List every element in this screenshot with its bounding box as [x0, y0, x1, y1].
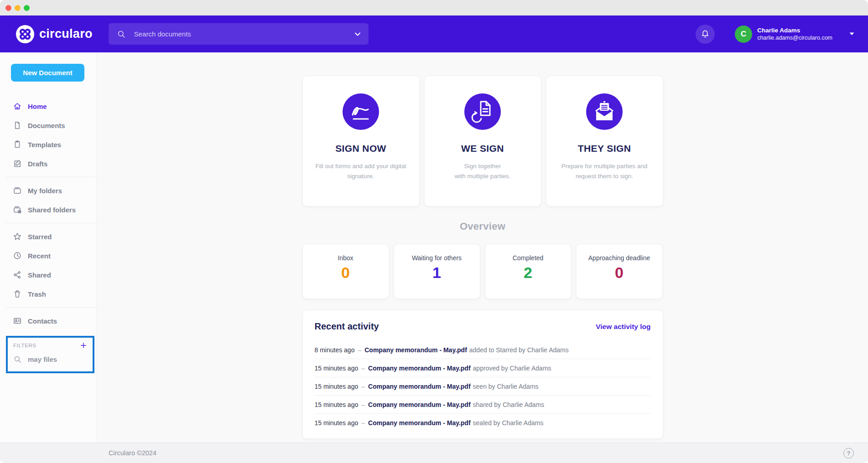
stat-card-approaching-deadline[interactable]: Approaching deadline 0: [576, 244, 663, 299]
sidebar-item-templates[interactable]: Templates: [0, 135, 97, 154]
top-navigation-bar: circularo: [0, 15, 868, 52]
user-menu-caret-icon: [849, 32, 854, 36]
saved-filter-query: may files: [28, 355, 57, 363]
sidebar-item-home[interactable]: Home: [0, 97, 97, 116]
sidebar-item-label: Documents: [28, 122, 65, 129]
action-cards-row: SIGN NOW Fill out forms and add your dig…: [302, 76, 663, 206]
activity-time: 15 minutes ago: [315, 365, 359, 372]
sidebar-item-contacts[interactable]: Contacts: [0, 311, 97, 330]
circularo-logo[interactable]: circularo: [16, 25, 93, 43]
search-bar[interactable]: [109, 23, 369, 45]
footer: Circularo ©2024 ?: [0, 442, 868, 463]
star-icon: [13, 232, 22, 241]
filters-label: FILTERS: [13, 343, 36, 348]
stat-card-inbox[interactable]: Inbox 0: [302, 244, 389, 299]
sidebar-item-recent[interactable]: Recent: [0, 246, 97, 265]
activity-file-name: Company memorandum - May.pdf: [368, 401, 471, 408]
pencil-square-icon: [13, 159, 22, 168]
sidebar-item-documents[interactable]: Documents: [0, 116, 97, 135]
topbar-right-cluster: C Charlie Adams charlie.adams@circularo.…: [696, 25, 854, 44]
activity-row: 15 minutes ago – Company memorandum - Ma…: [315, 396, 651, 414]
app-shell: New Document Home Documents: [0, 52, 868, 442]
activity-row: 15 minutes ago – Company memorandum - Ma…: [315, 414, 651, 432]
user-menu[interactable]: C Charlie Adams charlie.adams@circularo.…: [735, 26, 854, 43]
app-window: circularo: [0, 0, 868, 463]
activity-action: sealed by Charlie Adams: [473, 419, 544, 427]
filters-header: FILTERS: [13, 342, 87, 349]
stat-value: 0: [303, 264, 389, 282]
help-button[interactable]: ?: [843, 448, 854, 458]
action-card-title: SIGN NOW: [303, 143, 419, 154]
action-card-description: Fill out forms and add your digital sign…: [303, 161, 419, 181]
search-dropdown-caret-icon[interactable]: [355, 32, 360, 36]
they-sign-card[interactable]: THEY SIGN Prepare for multiple parties a…: [546, 76, 663, 206]
bell-icon: [700, 29, 710, 39]
view-activity-log-link[interactable]: View activity log: [596, 323, 650, 331]
shared-folder-icon: [13, 205, 22, 214]
sidebar-item-label: Home: [28, 103, 47, 110]
add-filter-button[interactable]: [80, 342, 87, 349]
stat-card-waiting-for-others[interactable]: Waiting for others 1: [394, 244, 480, 299]
signature-icon: [343, 93, 379, 130]
main-content: SIGN NOW Fill out forms and add your dig…: [97, 52, 868, 442]
window-close-button[interactable]: [5, 5, 11, 11]
user-email: charlie.adams@circularo.com: [757, 34, 832, 41]
window-title-bar: [0, 0, 868, 15]
action-card-description: Sign together with multiple parties.: [425, 161, 541, 181]
sidebar-item-my-folders[interactable]: My folders: [0, 181, 97, 200]
recent-activity-title: Recent activity: [315, 321, 379, 332]
stat-label: Approaching deadline: [577, 254, 662, 262]
contact-card-icon: [13, 316, 22, 325]
home-icon: [13, 102, 22, 111]
circularo-logo-icon: [16, 25, 34, 43]
activity-time: 15 minutes ago: [315, 401, 359, 408]
saved-filter-item[interactable]: may files: [13, 355, 87, 364]
window-zoom-button[interactable]: [24, 5, 30, 11]
action-card-description: Prepare for multiple parties and request…: [546, 161, 663, 181]
question-icon: ?: [847, 450, 851, 457]
overview-stats-row: Inbox 0 Waiting for others 1 Completed 2…: [302, 244, 663, 299]
clipboard-icon: [13, 140, 22, 149]
activity-row: 15 minutes ago – Company memorandum - Ma…: [315, 359, 651, 377]
clock-icon: [13, 251, 22, 260]
search-icon: [117, 30, 126, 39]
new-document-button[interactable]: New Document: [11, 64, 84, 82]
activity-action: seen by Charlie Adams: [473, 383, 539, 390]
sidebar: New Document Home Documents: [0, 52, 97, 442]
user-name: Charlie Adams: [757, 26, 832, 35]
activity-separator: –: [361, 419, 365, 427]
sidebar-item-shared-folders[interactable]: Shared folders: [0, 200, 97, 219]
activity-action: added to Starred by Charlie Adams: [469, 346, 569, 354]
stat-card-completed[interactable]: Completed 2: [485, 244, 572, 299]
envelope-letter-icon: [586, 93, 623, 130]
sidebar-item-trash[interactable]: Trash: [0, 284, 97, 304]
notifications-button[interactable]: [696, 25, 715, 44]
sidebar-item-label: Trash: [28, 290, 46, 298]
sidebar-item-drafts[interactable]: Drafts: [0, 154, 97, 173]
stat-value: 2: [485, 264, 571, 282]
sidebar-divider: [6, 223, 97, 223]
activity-file-name: Company memorandum - May.pdf: [364, 346, 467, 354]
sidebar-divider: [6, 307, 97, 308]
activity-time: 15 minutes ago: [315, 419, 359, 427]
activity-file-name: Company memorandum - May.pdf: [368, 365, 471, 372]
search-input[interactable]: [133, 30, 355, 38]
window-minimize-button[interactable]: [15, 5, 21, 11]
sign-now-card[interactable]: SIGN NOW Fill out forms and add your dig…: [302, 76, 420, 206]
stat-value: 0: [577, 264, 662, 282]
stat-label: Waiting for others: [394, 254, 480, 262]
brand-name: circularo: [39, 27, 93, 41]
action-card-title: WE SIGN: [425, 143, 541, 154]
activity-list: 8 minutes ago – Company memorandum - May…: [315, 341, 651, 432]
sidebar-item-label: Templates: [28, 141, 61, 149]
action-card-title: THEY SIGN: [546, 143, 663, 154]
activity-action: approved by Charlie Adams: [473, 365, 551, 372]
sidebar-item-shared[interactable]: Shared: [0, 265, 97, 284]
user-meta: Charlie Adams charlie.adams@circularo.co…: [757, 26, 832, 42]
sidebar-item-starred[interactable]: Starred: [0, 227, 97, 246]
activity-separator: –: [361, 365, 365, 372]
sidebar-divider: [6, 177, 97, 177]
folder-icon: [13, 186, 22, 195]
we-sign-card[interactable]: WE SIGN Sign together with multiple part…: [424, 76, 541, 206]
sidebar-item-label: Shared: [28, 271, 51, 279]
